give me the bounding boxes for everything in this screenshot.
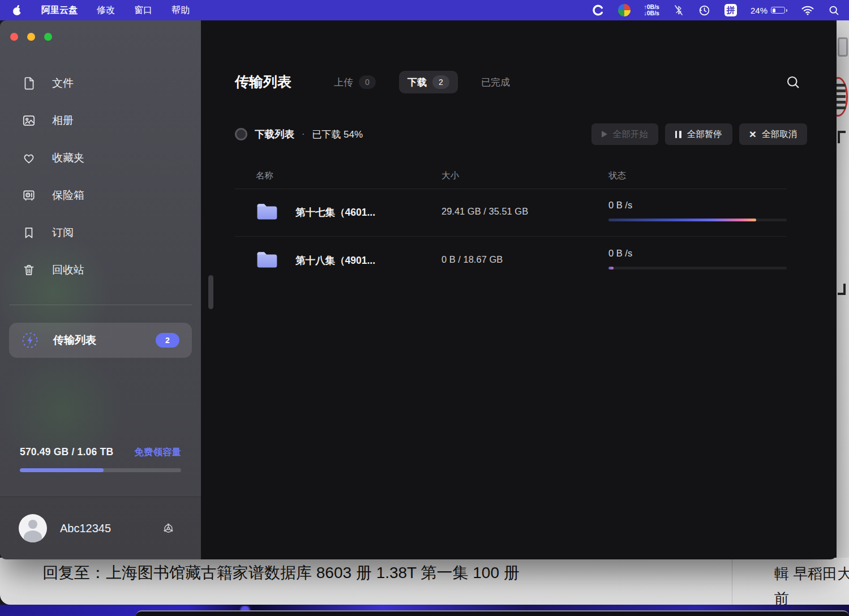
sidebar-item-label: 订阅 (52, 225, 74, 240)
play-icon (602, 131, 607, 138)
download-speed: 0 B /s (608, 200, 632, 211)
sidebar-divider (9, 305, 192, 305)
safe-icon (22, 188, 36, 203)
tab-download-label: 下载 (408, 76, 427, 89)
cancel-all-label: 全部取消 (762, 129, 797, 140)
heart-icon (22, 151, 36, 165)
tab-completed-label: 已完成 (481, 76, 510, 89)
download-progress-fill (608, 267, 614, 270)
time-machine-icon[interactable] (698, 4, 711, 17)
menu-bar: 阿里云盘 修改 窗口 帮助 ↑0B/s ↓0B/s (0, 0, 849, 20)
main-panel: 传输列表 上传 0 下载 2 已完成 (201, 20, 837, 559)
spotlight-search-icon[interactable] (828, 5, 840, 16)
app-window: 文件 相册 (0, 20, 837, 559)
download-progress-track (608, 267, 787, 270)
tab-download[interactable]: 下载 2 (399, 71, 458, 93)
sidebar-item-trash[interactable]: 回收站 (0, 251, 201, 289)
seal-lines-graphic (837, 84, 846, 111)
storage-section: 570.49 GB / 1.06 TB 免费领容量 (20, 446, 181, 472)
loading-circle-icon[interactable] (592, 4, 604, 16)
avatar[interactable] (19, 514, 47, 542)
upload-count-badge: 0 (359, 75, 376, 89)
menu-bar-status: ↑0B/s ↓0B/s 拼 24% (592, 4, 849, 17)
download-list-controls: 下载列表 · 已下载 54% 全部开始 全部暂停 × 全部取消 (235, 123, 807, 146)
app-menu-title[interactable]: 阿里云盘 (41, 5, 78, 16)
window-controls (10, 33, 52, 41)
tab-completed[interactable]: 已完成 (473, 71, 518, 93)
battery-indicator[interactable]: 24% (751, 6, 787, 15)
background-page-strip (837, 20, 849, 558)
download-count-badge: 2 (432, 75, 449, 89)
cancel-all-button[interactable]: × 全部取消 (739, 123, 807, 145)
pause-all-button[interactable]: 全部暂停 (665, 123, 732, 145)
sidebar-item-label: 文件 (52, 76, 74, 91)
download-list-status: 下载列表 · 已下载 54% (235, 127, 363, 141)
pause-icon (675, 131, 681, 138)
downloaded-percent-text: 已下载 54% (312, 128, 363, 141)
transfer-tabs: 上传 0 下载 2 已完成 (325, 70, 518, 94)
scrollbar-thumb[interactable] (208, 275, 213, 309)
sidebar-item-files[interactable]: 文件 (0, 65, 201, 102)
user-section: Abc12345 (0, 497, 201, 559)
printer-icon (838, 37, 848, 57)
minimize-window-button[interactable] (27, 33, 35, 41)
background-window: 回复至：上海图书馆藏古籍家谱数据库 8603 册 1.38T 第一集 100 册… (0, 558, 849, 605)
get-free-storage-link[interactable]: 免费领容量 (135, 446, 182, 459)
bookmark-icon (22, 225, 36, 240)
sidebar-nav: 文件 相册 (0, 65, 201, 289)
lightning-icon (22, 332, 38, 349)
search-icon[interactable] (784, 74, 801, 91)
storage-progress-bar (20, 468, 181, 472)
table-row[interactable]: 第十七集（4601... 29.41 GB / 35.51 GB 0 B /s (235, 189, 787, 237)
cancel-icon: × (749, 130, 756, 138)
close-window-button[interactable] (10, 33, 18, 41)
username: Abc12345 (60, 522, 111, 535)
wifi-icon[interactable] (801, 5, 814, 16)
start-all-button[interactable]: 全部开始 (591, 123, 658, 145)
download-progress-track (608, 219, 787, 221)
table-header: 名称 大小 状态 (235, 164, 787, 189)
menu-edit[interactable]: 修改 (97, 5, 115, 16)
item-name: 第十八集（4901... (295, 254, 375, 267)
battery-icon (771, 7, 785, 14)
battery-percent: 24% (751, 6, 767, 15)
settings-gear-icon[interactable] (161, 521, 175, 536)
color-wheel-icon[interactable] (618, 4, 631, 16)
item-name: 第十七集（4601... (295, 206, 375, 219)
photo-icon (22, 113, 36, 128)
background-right-column: 輯 早稻田大学 前 (774, 561, 849, 611)
tab-upload[interactable]: 上传 0 (325, 71, 384, 93)
apple-menu-icon[interactable] (12, 5, 22, 16)
progress-circle-icon (235, 128, 247, 140)
table-row[interactable]: 第十八集（4901... 0 B / 18.67 GB 0 B /s (235, 237, 787, 285)
sidebar-item-albums[interactable]: 相册 (0, 102, 201, 139)
sidebar-item-label: 回收站 (52, 263, 84, 277)
download-list-title: 下载列表 (255, 127, 294, 141)
menu-help[interactable]: 帮助 (171, 5, 190, 16)
column-status: 状态 (608, 170, 626, 182)
bluetooth-off-icon[interactable] (673, 4, 684, 16)
clipped-glyph (838, 131, 846, 143)
download-table: 名称 大小 状态 第十七集（4 (235, 164, 787, 285)
download-progress-fill (608, 219, 756, 221)
trash-icon (22, 263, 36, 277)
folder-icon (256, 250, 278, 270)
clipped-glyph (838, 284, 846, 295)
background-window-edge (136, 610, 849, 616)
separator-dot: · (302, 129, 305, 139)
sidebar-item-label: 保险箱 (52, 188, 84, 203)
menu-window[interactable]: 窗口 (134, 5, 152, 16)
input-method-badge[interactable]: 拼 (724, 4, 737, 16)
sidebar-item-safebox[interactable]: 保险箱 (0, 177, 201, 214)
zoom-window-button[interactable] (44, 33, 52, 41)
tab-upload-label: 上传 (334, 76, 353, 89)
screen: 回复至：上海图书馆藏古籍家谱数据库 8603 册 1.38T 第一集 100 册… (0, 0, 849, 616)
column-size: 大小 (441, 170, 459, 182)
start-all-label: 全部开始 (613, 129, 648, 140)
sidebar-item-transfer-list[interactable]: 传输列表 2 (9, 323, 192, 358)
storage-progress-fill (20, 468, 104, 472)
sidebar-item-favorites[interactable]: 收藏夹 (0, 139, 201, 177)
sidebar-item-subscriptions[interactable]: 订阅 (0, 214, 201, 251)
network-speed-indicator[interactable]: ↑0B/s ↓0B/s (644, 4, 659, 17)
bulk-action-buttons: 全部开始 全部暂停 × 全部取消 (591, 123, 807, 145)
